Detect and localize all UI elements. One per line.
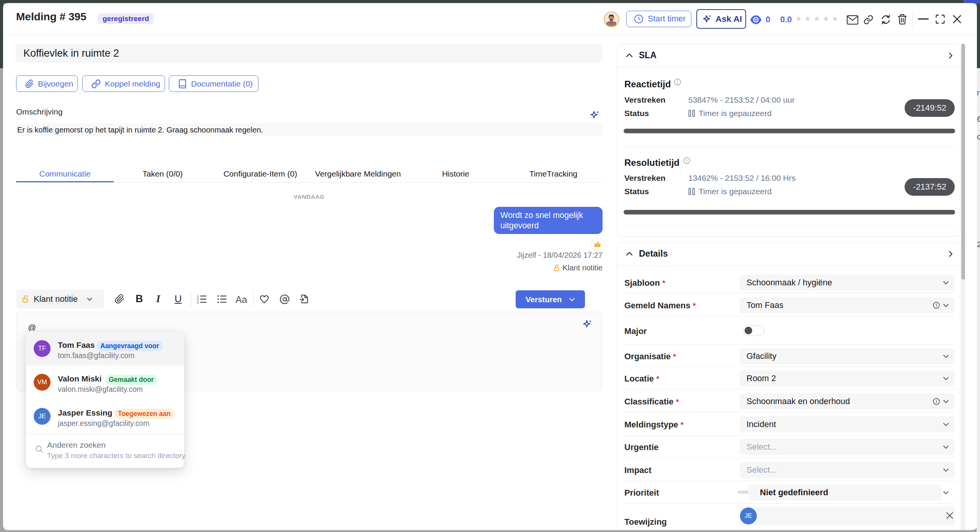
svg-text:3: 3 [197,301,199,304]
